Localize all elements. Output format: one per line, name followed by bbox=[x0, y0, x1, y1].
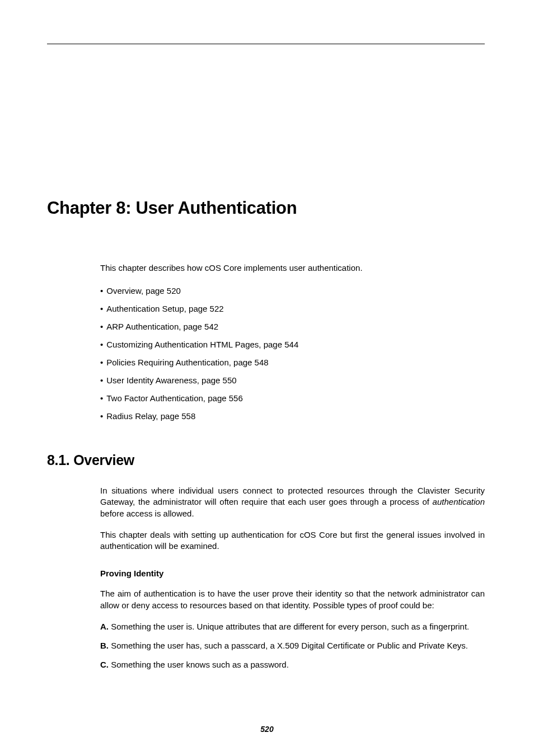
proof-item-c: C. Something the user knows such as a pa… bbox=[100, 659, 485, 670]
toc-list: Overview, page 520 Authentication Setup,… bbox=[100, 286, 485, 421]
proof-a-label: A. bbox=[100, 622, 109, 631]
sub-heading-proving-identity: Proving Identity bbox=[100, 569, 485, 578]
section-title: 8.1. Overview bbox=[47, 452, 485, 468]
header-rule bbox=[47, 44, 485, 44]
toc-item: Radius Relay, page 558 bbox=[100, 411, 485, 421]
overview-para-1: In situations where individual users con… bbox=[100, 485, 485, 519]
intro-text: This chapter describes how cOS Core impl… bbox=[100, 263, 485, 273]
proof-a-text: Something the user is. Unique attributes… bbox=[109, 622, 469, 631]
page-number: 520 bbox=[0, 725, 534, 734]
chapter-title: Chapter 8: User Authentication bbox=[47, 198, 485, 218]
proof-item-a: A. Something the user is. Unique attribu… bbox=[100, 621, 485, 632]
toc-item: Overview, page 520 bbox=[100, 286, 485, 295]
proof-b-label: B. bbox=[100, 641, 109, 650]
toc-item: User Identity Awareness, page 550 bbox=[100, 375, 485, 385]
overview-para-1b: before access is allowed. bbox=[100, 509, 194, 518]
toc-item: Two Factor Authentication, page 556 bbox=[100, 393, 485, 403]
toc-item: Customizing Authentication HTML Pages, p… bbox=[100, 340, 485, 349]
toc-item: Policies Requiring Authentication, page … bbox=[100, 358, 485, 367]
proof-c-label: C. bbox=[100, 660, 109, 669]
proof-item-b: B. Something the user has, such a passca… bbox=[100, 640, 485, 651]
proof-c-text: Something the user knows such as a passw… bbox=[109, 660, 289, 669]
proof-b-text: Something the user has, such a passcard,… bbox=[109, 641, 468, 650]
toc-item: Authentication Setup, page 522 bbox=[100, 304, 485, 313]
proving-identity-para: The aim of authentication is to have the… bbox=[100, 588, 485, 611]
overview-para-1a: In situations where individual users con… bbox=[100, 486, 485, 506]
overview-para-1-italic: authentication bbox=[433, 497, 485, 506]
toc-item: ARP Authentication, page 542 bbox=[100, 322, 485, 331]
overview-para-2: This chapter deals with setting up authe… bbox=[100, 529, 485, 552]
